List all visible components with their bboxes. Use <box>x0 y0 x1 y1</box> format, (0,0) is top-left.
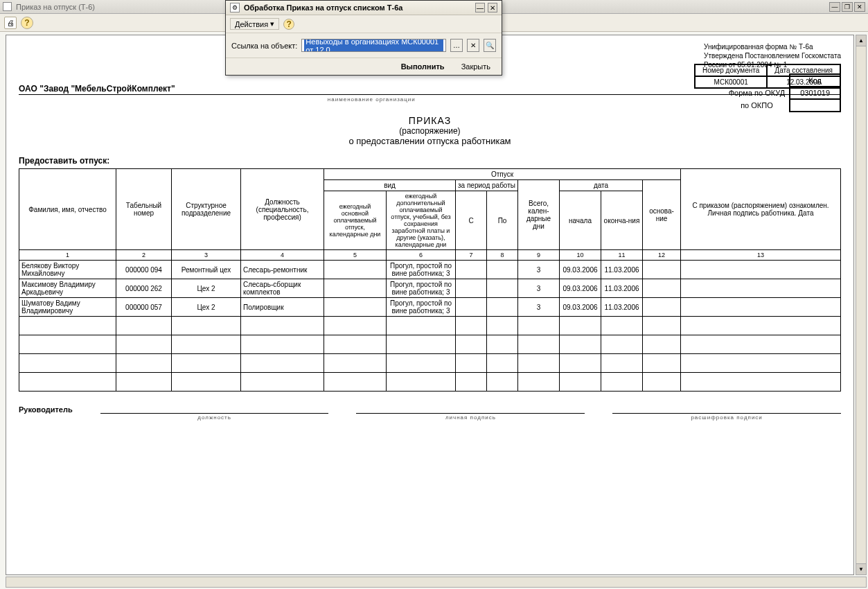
col-date-group: дата <box>560 180 643 191</box>
table-cell <box>172 317 241 335</box>
table-cell <box>643 373 681 392</box>
link-input[interactable]: Невыходы в организациях МСК00001 от 12.0 <box>301 39 446 52</box>
dialog-app-icon: ⚙ <box>230 3 240 12</box>
table-cell: Слесарь-ремонтник <box>241 261 324 279</box>
table-cell: 000000 094 <box>116 261 172 279</box>
table-cell <box>560 335 601 354</box>
table-cell <box>560 373 601 392</box>
col-c10: начала <box>560 191 601 250</box>
table-cell <box>324 317 387 335</box>
table-cell <box>681 279 841 298</box>
chevron-down-icon: ▾ <box>270 19 274 28</box>
form-info-line2: Утверждена Постановлением Госкомстата <box>704 51 841 60</box>
select-button[interactable]: … <box>450 39 463 52</box>
table-cell: Шуматову Вадиму Владимировичу <box>19 298 116 317</box>
sig-decoding: расшифровка подписи <box>612 413 841 414</box>
col-total: Всего, кален-дарные дни <box>518 180 560 250</box>
grant-label: Предоставить отпуск: <box>19 156 841 166</box>
n1: 1 <box>19 250 116 261</box>
table-cell <box>456 373 487 392</box>
table-cell <box>19 373 116 392</box>
minimize-button[interactable]: — <box>829 2 840 12</box>
vertical-scrollbar[interactable]: ▲ ▼ <box>856 35 867 575</box>
horizontal-scrollbar[interactable] <box>6 577 867 588</box>
table-cell <box>241 335 324 354</box>
doc-title-2: (распоряжение) <box>19 126 841 136</box>
table-cell <box>456 261 487 279</box>
table-cell <box>241 373 324 392</box>
table-row: Максимову Владимиру Аркадьевичу000000 26… <box>19 279 841 298</box>
table-cell: 3 <box>518 261 560 279</box>
org-underline <box>19 94 841 95</box>
dialog-close-btn[interactable]: Закрыть <box>454 61 497 72</box>
table-cell <box>456 354 487 373</box>
close-button[interactable]: ✕ <box>854 2 865 12</box>
table-row <box>19 335 841 354</box>
n7: 7 <box>456 250 487 261</box>
doc-title-1: ПРИКАЗ <box>19 115 841 126</box>
table-cell <box>643 298 681 317</box>
table-cell <box>172 354 241 373</box>
table-cell <box>487 354 518 373</box>
n2: 2 <box>116 250 172 261</box>
table-cell <box>324 373 387 392</box>
n9: 9 <box>518 250 560 261</box>
col-c5: ежегодный основной оплачиваемый отпуск, … <box>324 191 387 250</box>
scroll-down-icon[interactable]: ▼ <box>856 563 866 574</box>
table-cell <box>19 335 116 354</box>
leave-table: Фамилия, имя, отчество Табельный номер С… <box>19 168 841 392</box>
run-button[interactable]: Выполнить <box>394 61 452 72</box>
table-row <box>19 317 841 335</box>
table-cell <box>116 335 172 354</box>
col-sign: С приказом (распоряжением) ознакомлен. Л… <box>681 169 841 250</box>
dialog-title: Обработка Приказ на отпуск списком Т-6а <box>244 3 475 12</box>
table-cell <box>601 354 643 373</box>
search-icon[interactable]: 🔍 <box>484 39 496 52</box>
table-cell: 000000 262 <box>116 279 172 298</box>
help-icon[interactable]: ? <box>21 17 33 29</box>
table-cell <box>487 298 518 317</box>
table-cell <box>487 279 518 298</box>
table-cell <box>560 317 601 335</box>
link-value: Невыходы в организациях МСК00001 от 12.0 <box>304 39 443 52</box>
table-cell <box>19 354 116 373</box>
table-cell <box>681 373 841 392</box>
dialog-close-button[interactable]: ✕ <box>488 3 497 12</box>
n13: 13 <box>681 250 841 261</box>
table-cell <box>681 317 841 335</box>
table-cell <box>643 335 681 354</box>
table-cell <box>456 279 487 298</box>
dialog-body: Ссылка на объект: Невыходы в организация… <box>226 33 502 58</box>
dialog-minimize-button[interactable]: — <box>475 3 485 12</box>
table-cell: Ремонтный цех <box>172 261 241 279</box>
table-cell <box>643 261 681 279</box>
table-cell: Прогул, простой по вине работника; 3 <box>387 279 456 298</box>
n5: 5 <box>324 250 387 261</box>
n8: 8 <box>487 250 518 261</box>
actions-dropdown[interactable]: Действия ▾ <box>230 18 279 30</box>
dialog-help-icon[interactable]: ? <box>283 19 294 30</box>
dialog-toolbar: Действия ▾ ? <box>226 15 502 33</box>
clear-button[interactable]: ✕ <box>467 39 479 52</box>
sig-position: должность <box>100 413 329 414</box>
table-cell <box>456 317 487 335</box>
table-cell <box>487 317 518 335</box>
table-cell <box>19 317 116 335</box>
table-cell <box>681 261 841 279</box>
table-cell <box>324 354 387 373</box>
table-cell: 3 <box>518 279 560 298</box>
table-cell: Прогул, простой по вине работника; 3 <box>387 298 456 317</box>
app-icon <box>3 2 12 11</box>
table-cell <box>456 335 487 354</box>
print-icon[interactable]: 🖨 <box>4 17 17 29</box>
scroll-up-icon[interactable]: ▲ <box>856 35 866 46</box>
maximize-button[interactable]: ❐ <box>842 2 853 12</box>
table-cell <box>116 373 172 392</box>
n3: 3 <box>172 250 241 261</box>
table-cell <box>681 298 841 317</box>
table-cell <box>601 317 643 335</box>
processing-dialog: ⚙ Обработка Приказ на отпуск списком Т-6… <box>225 0 502 76</box>
dialog-titlebar[interactable]: ⚙ Обработка Приказ на отпуск списком Т-6… <box>226 1 502 15</box>
table-cell <box>487 261 518 279</box>
docnum-h2: Дата составления <box>767 64 840 76</box>
